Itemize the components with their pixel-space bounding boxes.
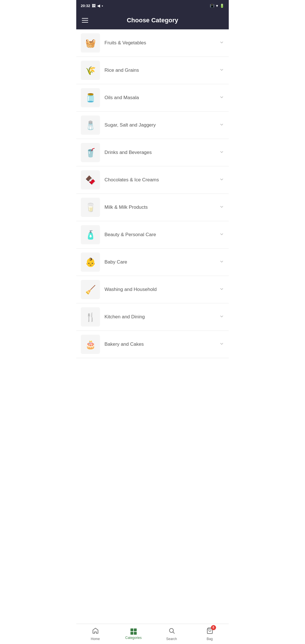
bag-icon: 0 (206, 627, 213, 636)
status-right: 📳 ▾ 🔋 (210, 4, 224, 8)
category-item[interactable]: 🧹Washing and Household (76, 276, 229, 303)
chevron-down-icon (219, 149, 224, 156)
category-item[interactable]: 🍴Kitchen and Dining (76, 303, 229, 331)
chevron-down-icon (219, 314, 224, 320)
category-image: 🧹 (81, 280, 100, 299)
chevron-down-icon (219, 341, 224, 348)
category-item[interactable]: 🫙Oils and Masala (76, 84, 229, 112)
category-name: Baby Care (104, 259, 217, 265)
category-name: Milk & Milk Products (104, 204, 217, 210)
category-item[interactable]: 👶Baby Care (76, 249, 229, 276)
category-image: 🍴 (81, 307, 100, 327)
bag-label: Bag (207, 637, 213, 641)
category-image: 🍫 (81, 170, 100, 190)
chevron-down-icon (219, 286, 224, 293)
category-name: Drinks and Beverages (104, 150, 217, 155)
category-image: 🎂 (81, 335, 100, 354)
home-icon (92, 627, 99, 636)
chevron-down-icon (219, 259, 224, 266)
vibrate-icon: 📳 (210, 4, 214, 8)
status-bar: 20:32 🖼 ◀ • 📳 ▾ 🔋 (76, 0, 229, 11)
category-item[interactable]: 🥛Milk & Milk Products (76, 194, 229, 221)
chevron-down-icon (219, 95, 224, 101)
dot-icon: • (102, 4, 103, 8)
svg-point-0 (169, 628, 173, 632)
category-name: Bakery and Cakes (104, 341, 217, 347)
bottom-navigation: Home Categories Search 0 Bag (76, 624, 229, 644)
category-name: Chocolates & Ice Creams (104, 177, 217, 183)
category-item[interactable]: 🌾Rice and Grains (76, 57, 229, 84)
category-name: Fruits & Vegetables (104, 40, 217, 46)
category-image: 🫙 (81, 88, 100, 107)
categories-icon (130, 628, 137, 635)
category-image: 👶 (81, 253, 100, 272)
nav-item-bag[interactable]: 0 Bag (191, 625, 229, 643)
category-name: Oils and Masala (104, 95, 217, 101)
chevron-down-icon (219, 40, 224, 46)
battery-icon: 🔋 (220, 4, 224, 8)
page-title: Choose Category (93, 17, 212, 24)
home-label: Home (91, 637, 100, 641)
category-name: Sugar, Salt and Jaggery (104, 122, 217, 128)
category-item[interactable]: 🥤Drinks and Beverages (76, 139, 229, 166)
category-image: 🧺 (81, 33, 100, 53)
nav-item-search[interactable]: Search (152, 625, 191, 643)
category-name: Beauty & Personal Care (104, 232, 217, 238)
chevron-down-icon (219, 204, 224, 211)
category-image: 🧴 (81, 225, 100, 244)
category-image: 🌾 (81, 61, 100, 80)
wifi-icon: ▾ (216, 4, 218, 8)
categories-label: Categories (125, 636, 141, 640)
category-item[interactable]: 🍫Chocolates & Ice Creams (76, 166, 229, 194)
nav-item-home[interactable]: Home (76, 625, 114, 643)
category-item[interactable]: 🎂Bakery and Cakes (76, 331, 229, 358)
navigation-icon: ◀ (97, 4, 100, 8)
chevron-down-icon (219, 177, 224, 183)
search-label: Search (166, 637, 177, 641)
category-name: Kitchen and Dining (104, 314, 217, 320)
category-list: 🧺Fruits & Vegetables🌾Rice and Grains🫙Oil… (76, 29, 229, 641)
category-image: 🥛 (81, 198, 100, 217)
category-item[interactable]: 🧂Sugar, Salt and Jaggery (76, 112, 229, 139)
svg-line-1 (173, 632, 175, 634)
category-name: Washing and Household (104, 287, 217, 292)
category-name: Rice and Grains (104, 68, 217, 73)
photo-icon: 🖼 (92, 4, 95, 8)
status-left: 20:32 🖼 ◀ • (81, 4, 103, 8)
category-image: 🥤 (81, 143, 100, 162)
category-image: 🧂 (81, 116, 100, 135)
nav-item-categories[interactable]: Categories (114, 626, 152, 642)
status-time: 20:32 (81, 4, 90, 8)
header: Choose Category (76, 11, 229, 29)
bag-badge: 0 (211, 625, 216, 630)
chevron-down-icon (219, 122, 224, 129)
category-item[interactable]: 🧴Beauty & Personal Care (76, 221, 229, 249)
chevron-down-icon (219, 232, 224, 238)
menu-button[interactable] (82, 18, 88, 23)
search-icon (168, 627, 175, 636)
chevron-down-icon (219, 67, 224, 74)
category-item[interactable]: 🧺Fruits & Vegetables (76, 29, 229, 57)
